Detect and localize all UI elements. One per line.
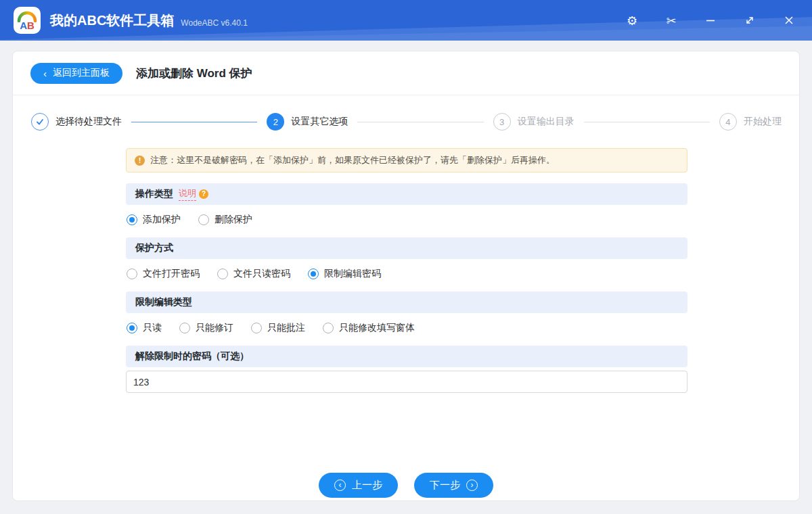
- chevron-right-circle-icon: ›: [466, 480, 478, 491]
- step-1-check-icon: [31, 113, 49, 131]
- main-card: ‹ 返回到主面板 添加或删除 Word 保护 选择待处理文件 2 设置其它选项 …: [12, 51, 800, 501]
- previous-step-button[interactable]: ‹ 上一步: [319, 473, 398, 498]
- step-2-label: 设置其它选项: [291, 116, 348, 128]
- next-step-button[interactable]: 下一步 ›: [414, 473, 493, 498]
- step-1-label: 选择待处理文件: [55, 116, 122, 128]
- options-form: ! 注意：这里不是破解密码，在「添加保护」前，如果原文件已经被保护了，请先「删除…: [126, 148, 687, 393]
- radio-label: 只能批注: [267, 322, 305, 334]
- warning-notice: ! 注意：这里不是破解密码，在「添加保护」前，如果原文件已经被保护了，请先「删除…: [126, 148, 687, 172]
- page-title: 添加或删除 Word 保护: [136, 66, 252, 81]
- restriction-radio-group: 只读 只能修订 只能批注 只能修改填写窗体: [127, 321, 687, 335]
- radio-label: 只读: [143, 322, 162, 334]
- step-indicator: 选择待处理文件 2 设置其它选项 3 设置输出目录 4 开始处理: [31, 112, 782, 131]
- radio-label: 只能修改填写窗体: [339, 322, 415, 334]
- maximize-icon[interactable]: [742, 12, 758, 28]
- radio-fill-forms-only[interactable]: 只能修改填写窗体: [323, 322, 415, 334]
- radio-dot-icon: [179, 323, 190, 333]
- exclamation-circle-icon: !: [135, 156, 145, 166]
- close-icon[interactable]: [781, 12, 797, 28]
- app-version: WodeABC v6.40.1: [181, 14, 248, 28]
- radio-dot-icon: [308, 268, 319, 279]
- radio-remove-protection[interactable]: 删除保护: [198, 214, 252, 226]
- radio-open-password[interactable]: 文件打开密码: [127, 268, 200, 280]
- radio-dot-icon: [127, 268, 137, 279]
- radio-dot-icon: [198, 214, 209, 225]
- section-protection-method: 保护方式 文件打开密码 文件只读密码 限制编辑密码: [126, 237, 687, 281]
- step-3-number: 3: [493, 113, 511, 131]
- step-4-number: 4: [719, 113, 737, 131]
- radio-add-protection[interactable]: 添加保护: [127, 214, 181, 226]
- step-2-number: 2: [267, 113, 284, 131]
- radio-label: 只能修订: [196, 322, 233, 334]
- help-link[interactable]: 说明: [179, 187, 196, 201]
- section-password-title: 解除限制时的密码（可选）: [135, 350, 249, 363]
- page-header: ‹ 返回到主面板 添加或删除 Word 保护: [13, 51, 799, 95]
- radio-label: 文件打开密码: [143, 268, 200, 280]
- section-method-title: 保护方式: [135, 242, 173, 254]
- section-password-header: 解除限制时的密码（可选）: [126, 346, 687, 367]
- previous-step-label: 上一步: [352, 479, 382, 492]
- settings-gear-icon[interactable]: ⚙: [624, 12, 640, 28]
- radio-dot-icon: [323, 323, 334, 333]
- step-2: 2 设置其它选项: [267, 113, 348, 131]
- radio-edit-restriction-password[interactable]: 限制编辑密码: [308, 268, 381, 280]
- radio-dot-icon: [127, 323, 137, 333]
- logo-text: AB: [14, 20, 41, 31]
- warning-notice-text: 注意：这里不是破解密码，在「添加保护」前，如果原文件已经被保护了，请先「删除保护…: [150, 154, 555, 166]
- minimize-icon[interactable]: [702, 12, 719, 28]
- radio-label: 文件只读密码: [233, 268, 290, 280]
- radio-label: 添加保护: [143, 214, 181, 226]
- unlock-password-input[interactable]: [126, 371, 687, 393]
- app-logo-icon: AB: [14, 7, 41, 34]
- step-1: 选择待处理文件: [31, 113, 122, 131]
- radio-label: 删除保护: [215, 214, 252, 226]
- radio-label: 限制编辑密码: [324, 268, 381, 280]
- section-unlock-password: 解除限制时的密码（可选）: [126, 346, 687, 393]
- section-operation-type: 操作类型 说明 ? 添加保护 删除保护: [126, 183, 687, 227]
- back-chevron-icon: ‹: [43, 68, 47, 78]
- section-restriction-type: 限制编辑类型 只读 只能修订 只能批注 只能修改填写窗体: [126, 291, 687, 335]
- wizard-footer: ‹ 上一步 下一步 ›: [13, 473, 799, 498]
- window-titlebar: AB 我的ABC软件工具箱 WodeABC v6.40.1 ⚙ ✂: [0, 0, 812, 41]
- section-operation-title: 操作类型: [135, 188, 173, 200]
- step-3-label: 设置输出目录: [518, 116, 574, 128]
- next-step-label: 下一步: [430, 479, 460, 492]
- operation-radio-group: 添加保护 删除保护: [127, 213, 687, 227]
- section-method-header: 保护方式: [126, 237, 687, 259]
- step-connector: [584, 122, 710, 122]
- radio-comments-only[interactable]: 只能批注: [251, 322, 305, 334]
- step-connector: [131, 122, 257, 122]
- section-operation-header: 操作类型 说明 ?: [126, 183, 687, 205]
- question-mark-icon[interactable]: ?: [199, 189, 208, 199]
- radio-read-only[interactable]: 只读: [127, 322, 162, 334]
- radio-readonly-password[interactable]: 文件只读密码: [217, 268, 290, 280]
- step-connector: [357, 122, 483, 122]
- radio-track-changes-only[interactable]: 只能修订: [179, 322, 233, 334]
- step-4: 4 开始处理: [719, 113, 782, 131]
- section-restriction-title: 限制编辑类型: [135, 296, 192, 308]
- radio-dot-icon: [217, 268, 228, 279]
- step-3: 3 设置输出目录: [493, 113, 574, 131]
- radio-dot-icon: [251, 323, 262, 333]
- back-button-label: 返回到主面板: [53, 67, 110, 79]
- window-controls: ⚙ ✂: [624, 12, 812, 28]
- method-radio-group: 文件打开密码 文件只读密码 限制编辑密码: [127, 267, 687, 281]
- step-4-label: 开始处理: [744, 116, 782, 128]
- app-title: 我的ABC软件工具箱: [50, 11, 174, 30]
- back-to-dashboard-button[interactable]: ‹ 返回到主面板: [30, 63, 122, 84]
- radio-dot-icon: [127, 214, 137, 225]
- scissors-icon[interactable]: ✂: [663, 12, 679, 28]
- chevron-left-circle-icon: ‹: [334, 480, 346, 491]
- section-restriction-header: 限制编辑类型: [126, 291, 687, 313]
